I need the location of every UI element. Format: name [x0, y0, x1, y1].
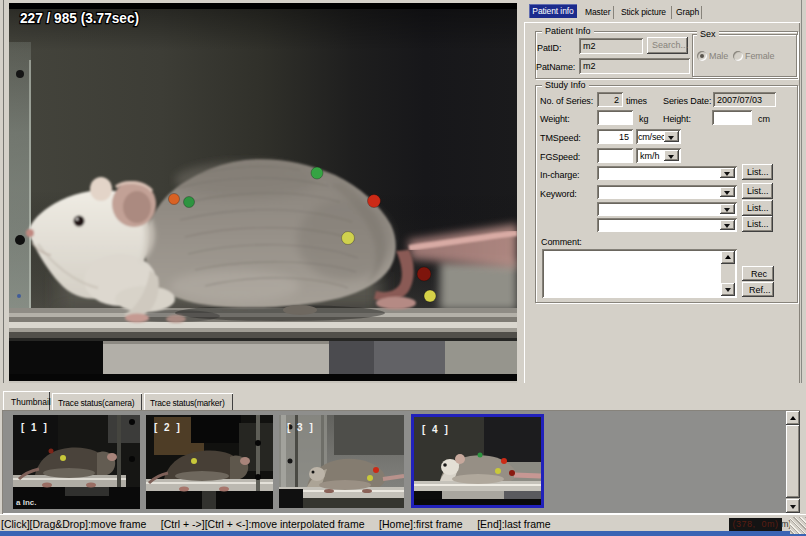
svg-text:a Inc.: a Inc.: [16, 498, 36, 507]
svg-text:[ 1 ]: [ 1 ]: [21, 422, 49, 433]
svg-text:[ 4 ]: [ 4 ]: [422, 424, 450, 435]
svg-text:[ 3 ]: [ 3 ]: [287, 422, 315, 433]
svg-text:[ 2 ]: [ 2 ]: [154, 422, 182, 433]
svg-text:227 / 985 (3.77sec): 227 / 985 (3.77sec): [20, 9, 139, 26]
